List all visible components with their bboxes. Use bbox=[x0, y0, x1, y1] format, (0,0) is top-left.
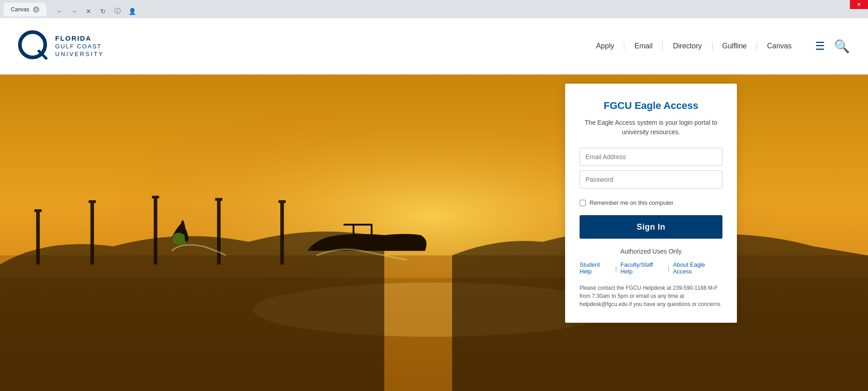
login-title: FGCU Eagle Access bbox=[580, 100, 722, 112]
close-page-button[interactable]: ✕ bbox=[82, 5, 95, 18]
main-content: FGCU Eagle Access The Eagle Access syste… bbox=[0, 75, 868, 391]
authorized-text: Authorized Uses Only bbox=[580, 248, 722, 255]
reload-button[interactable]: ↻ bbox=[97, 5, 109, 18]
background-scene bbox=[0, 75, 868, 391]
nav-email[interactable]: Email bbox=[624, 42, 663, 50]
info-button[interactable]: ⓘ bbox=[111, 5, 124, 18]
email-input[interactable] bbox=[580, 148, 722, 166]
login-subtitle: The Eagle Access system is your login po… bbox=[580, 118, 722, 137]
search-button[interactable]: 🔍 bbox=[834, 39, 850, 54]
svg-rect-24 bbox=[344, 224, 371, 226]
header-icons: ☰ 🔍 bbox=[815, 39, 850, 54]
logo-area[interactable]: FLORIDA GULF COAST UNIVERSITY bbox=[18, 30, 104, 62]
browser-tab[interactable]: Canvas ✕ bbox=[4, 3, 47, 16]
nav-gulfline[interactable]: Gulfline bbox=[712, 42, 757, 50]
background-svg bbox=[0, 75, 868, 391]
remember-checkbox[interactable] bbox=[580, 200, 586, 206]
svg-rect-14 bbox=[215, 198, 222, 201]
help-links: Student Help | Faculty/Staff Help | Abou… bbox=[580, 261, 722, 275]
fgcu-logo-icon bbox=[18, 30, 50, 62]
profile-button[interactable]: 👤 bbox=[126, 5, 138, 18]
nav-directory[interactable]: Directory bbox=[663, 42, 712, 50]
tab-title: Canvas bbox=[11, 6, 29, 13]
header-navigation: Apply Email Directory Gulfline Canvas bbox=[586, 42, 802, 50]
site-header: FLORIDA GULF COAST UNIVERSITY Apply Emai… bbox=[0, 18, 868, 75]
forward-button[interactable]: → bbox=[68, 5, 80, 18]
svg-rect-25 bbox=[371, 224, 373, 237]
remember-me-row: Remember me on this computer bbox=[580, 199, 722, 206]
remember-label: Remember me on this computer bbox=[590, 199, 674, 206]
logo-text: FLORIDA GULF COAST UNIVERSITY bbox=[55, 34, 104, 58]
browser-navigation: ← → ✕ ↻ ⓘ 👤 bbox=[53, 5, 138, 18]
browser-close-button[interactable]: ✕ bbox=[850, 0, 868, 9]
sign-in-button[interactable]: Sign In bbox=[580, 215, 722, 239]
tab-bar: Canvas ✕ bbox=[0, 0, 47, 16]
nav-canvas[interactable]: Canvas bbox=[757, 42, 802, 50]
about-eagle-link[interactable]: About Eagle Access bbox=[673, 261, 722, 275]
tab-close-button[interactable]: ✕ bbox=[33, 6, 39, 13]
search-icon: 🔍 bbox=[834, 39, 850, 53]
nav-apply[interactable]: Apply bbox=[586, 42, 624, 50]
student-help-link[interactable]: Student Help bbox=[580, 261, 612, 275]
svg-rect-12 bbox=[152, 196, 159, 198]
svg-rect-10 bbox=[89, 200, 96, 203]
hamburger-menu-button[interactable]: ☰ bbox=[815, 40, 825, 52]
login-panel: FGCU Eagle Access The Eagle Access syste… bbox=[565, 84, 737, 323]
helpdesk-info: Please contact the FGCU Helpdesk at 239-… bbox=[580, 284, 722, 308]
password-input[interactable] bbox=[580, 170, 722, 188]
browser-chrome: Canvas ✕ ← → ✕ ↻ ⓘ 👤 ✕ bbox=[0, 0, 868, 18]
svg-rect-16 bbox=[278, 200, 286, 203]
hamburger-icon: ☰ bbox=[815, 40, 825, 52]
back-button[interactable]: ← bbox=[53, 5, 66, 18]
faculty-help-link[interactable]: Faculty/Staff Help bbox=[620, 261, 664, 275]
svg-rect-8 bbox=[34, 209, 42, 212]
help-separator-2: | bbox=[668, 265, 669, 272]
help-separator-1: | bbox=[615, 265, 617, 272]
svg-rect-23 bbox=[353, 224, 354, 251]
